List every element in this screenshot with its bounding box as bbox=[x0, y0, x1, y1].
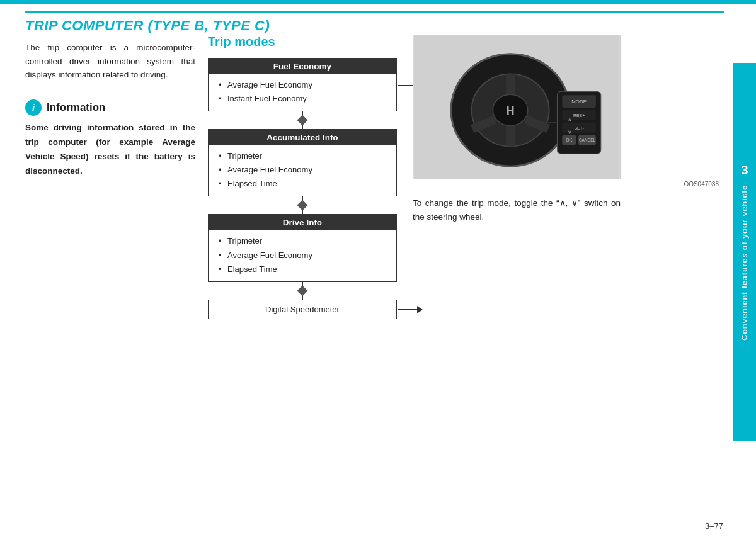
image-code: OOS047038 bbox=[413, 181, 721, 188]
drive-info-header: Drive Info bbox=[209, 215, 396, 230]
drive-info-section: Drive Info Tripmeter Average Fuel Econom… bbox=[208, 214, 397, 281]
accumulated-info-box: Accumulated Info Tripmeter Average Fuel … bbox=[208, 129, 397, 196]
drive-info-box: Drive Info Tripmeter Average Fuel Econom… bbox=[208, 214, 397, 281]
accumulated-info-items: Tripmeter Average Fuel Economy Elapsed T… bbox=[209, 145, 396, 196]
left-column: The trip computer is a microcomputer-con… bbox=[25, 41, 195, 179]
change-mode-text: To change the trip mode, toggle the “∧, … bbox=[413, 196, 621, 223]
arrow-connector-1 bbox=[208, 111, 397, 129]
chapter-number: 3 bbox=[741, 163, 748, 178]
steering-wheel-image: H MODE RES+ SET- OK CANCEL ∧ ∨ bbox=[413, 35, 621, 179]
fuel-economy-items: Average Fuel Economy Instant Fuel Econom… bbox=[209, 74, 396, 111]
page-number: 3–77 bbox=[705, 521, 723, 531]
digital-speedometer-label: Digital Speedometer bbox=[265, 305, 340, 314]
section-line bbox=[25, 11, 724, 13]
list-item: Instant Fuel Economy bbox=[219, 92, 389, 106]
fuel-economy-header: Fuel Economy bbox=[209, 59, 396, 74]
list-item: Tripmeter bbox=[219, 234, 389, 248]
drive-info-items: Tripmeter Average Fuel Economy Elapsed T… bbox=[209, 230, 396, 281]
list-item: Tripmeter bbox=[219, 149, 389, 163]
right-sidebar: 3 Convenient features of your vehicle bbox=[733, 63, 756, 441]
info-title: Information bbox=[47, 101, 106, 114]
info-box: i Information Some driving information s… bbox=[25, 99, 195, 179]
sidebar-label: Convenient features of your vehicle bbox=[740, 185, 749, 341]
diamond-2 bbox=[297, 200, 308, 211]
info-header: i Information bbox=[25, 99, 195, 116]
svg-text:∨: ∨ bbox=[568, 129, 572, 135]
trip-modes-title: Trip modes bbox=[208, 35, 397, 49]
right-column: H MODE RES+ SET- OK CANCEL ∧ ∨ bbox=[413, 35, 721, 223]
list-item: Average Fuel Economy bbox=[219, 249, 389, 263]
svg-text:∧: ∧ bbox=[568, 116, 572, 123]
intro-text: The trip computer is a microcomputer-con… bbox=[25, 41, 195, 82]
list-item: Elapsed Time bbox=[219, 177, 389, 191]
list-item: Average Fuel Economy bbox=[219, 78, 389, 92]
svg-text:RES+: RES+ bbox=[573, 113, 585, 118]
list-item: Elapsed Time bbox=[219, 263, 389, 276]
top-bar bbox=[0, 0, 756, 4]
svg-text:OK: OK bbox=[566, 138, 572, 143]
svg-text:MODE: MODE bbox=[571, 99, 587, 104]
arrow-connector-3 bbox=[208, 282, 397, 300]
svg-text:H: H bbox=[507, 104, 515, 117]
svg-text:SET-: SET- bbox=[574, 126, 583, 130]
info-icon: i bbox=[25, 99, 42, 116]
fuel-economy-section: Fuel Economy Average Fuel Economy Instan… bbox=[208, 58, 397, 111]
page-title: TRIP COMPUTER (TYPE B, TYPE C) bbox=[25, 18, 270, 34]
arrow-head-2 bbox=[417, 306, 423, 313]
info-body: Some driving information stored in the t… bbox=[25, 121, 195, 179]
diamond-1 bbox=[297, 115, 308, 126]
digital-speedometer-box: Digital Speedometer bbox=[208, 300, 397, 319]
steering-wheel-svg: H MODE RES+ SET- OK CANCEL ∧ ∨ bbox=[413, 35, 620, 179]
list-item: Average Fuel Economy bbox=[219, 163, 389, 177]
diamond-3 bbox=[297, 285, 308, 296]
accumulated-info-section: Accumulated Info Tripmeter Average Fuel … bbox=[208, 129, 397, 196]
arrow-connector-2 bbox=[208, 196, 397, 214]
accumulated-info-header: Accumulated Info bbox=[209, 130, 396, 145]
trip-modes-column: Trip modes Fuel Economy Average Fuel Eco… bbox=[208, 35, 397, 319]
fuel-economy-box: Fuel Economy Average Fuel Economy Instan… bbox=[208, 58, 397, 111]
digital-speedometer-section: Digital Speedometer bbox=[208, 300, 397, 319]
right-arrow-speedometer bbox=[398, 309, 422, 310]
svg-text:CANCEL: CANCEL bbox=[579, 138, 596, 143]
